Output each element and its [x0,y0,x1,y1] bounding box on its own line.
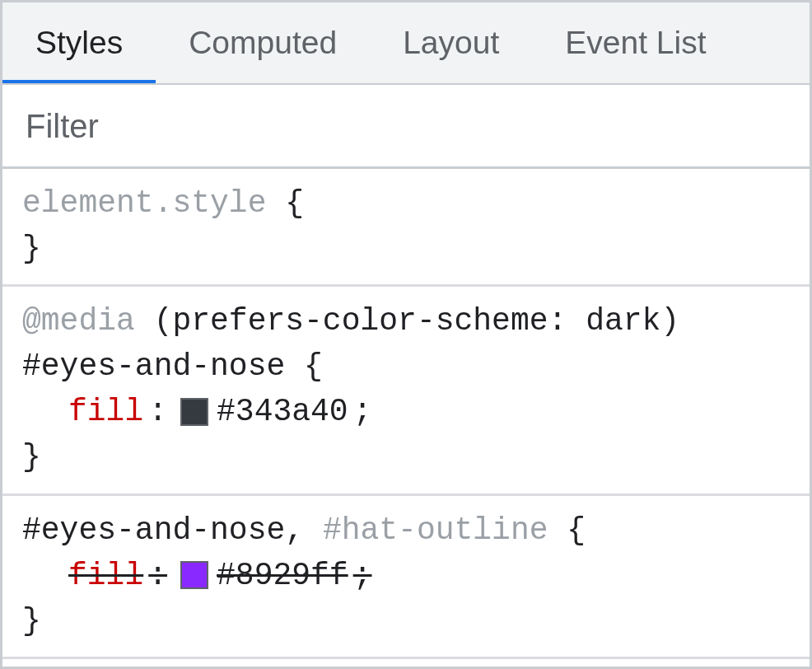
open-brace-char: { [285,185,304,221]
declaration-overridden[interactable]: fill: #8929ff; [22,553,790,598]
color-swatch-icon[interactable] [180,561,208,589]
property-name[interactable]: fill [68,389,143,434]
property-value[interactable]: #8929ff [217,553,348,598]
color-swatch-icon[interactable] [180,398,208,426]
styles-panel: Styles Computed Layout Event List elemen… [0,0,812,669]
rule-selector-line: element.style { [22,180,790,226]
selector-separator: , [285,512,323,548]
declaration[interactable]: fill: #343a40; [22,389,790,434]
media-condition[interactable]: (prefers-color-scheme: dark) [154,303,680,339]
tab-event-listeners[interactable]: Event List [532,2,739,83]
filter-input[interactable] [2,93,810,160]
media-keyword[interactable]: @media [22,303,135,339]
rule-element-style[interactable]: element.style { } [2,169,810,287]
close-brace: } [22,598,790,643]
rule-selector-matched[interactable]: #eyes-and-nose [22,512,285,548]
open-brace: { [304,349,323,384]
rule-media-dark[interactable]: @media (prefers-color-scheme: dark) #eye… [2,287,810,495]
media-line: @media (prefers-color-scheme: dark) [22,298,790,344]
property-value[interactable]: #343a40 [217,389,348,434]
rule-selector-line: #eyes-and-nose, #hat-outline { [22,508,790,553]
colon: : [148,553,167,598]
rule-selector-unmatched[interactable]: #hat-outline [323,512,548,548]
open-brace: { [567,512,586,548]
rule-combined[interactable]: #eyes-and-nose, #hat-outline { fill: #89… [2,496,810,659]
colon: : [148,389,167,434]
rule-selector-line: #eyes-and-nose { [22,344,790,389]
close-brace: } [22,226,790,271]
property-name[interactable]: fill [68,553,143,598]
tab-bar: Styles Computed Layout Event List [2,2,810,85]
tab-layout[interactable]: Layout [370,2,532,83]
semicolon: ; [353,553,372,598]
tab-computed[interactable]: Computed [156,2,370,83]
rule-selector[interactable]: #eyes-and-nose [22,349,285,384]
rules-list: element.style { } @media (prefers-color-… [2,169,810,667]
filter-bar [2,85,810,169]
rule-selector[interactable]: element.style [22,185,266,221]
close-brace: } [22,434,790,480]
semicolon: ; [353,389,372,434]
tab-styles[interactable]: Styles [2,2,156,83]
